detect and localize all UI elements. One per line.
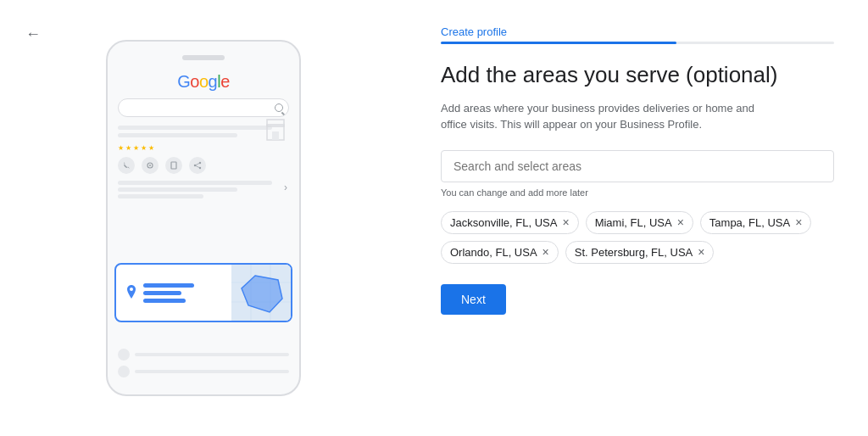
tag-label: Jacksonville, FL, USA [450,216,557,229]
building-icon [264,118,287,145]
google-logo-g: G [177,72,190,91]
tag-remove-button[interactable]: × [698,246,704,258]
tag-remove-button[interactable]: × [562,216,569,228]
google-logo-o1: o [190,72,199,91]
svg-rect-1 [267,120,284,126]
right-panel: Create profile Add the areas you serve (… [407,0,868,436]
phone-bottom-row-2 [118,366,289,377]
google-logo-g2: g [209,72,218,91]
star-icon: ★ [141,144,147,152]
phone-bottom-rows [118,349,289,377]
phone-bottom-line [135,353,289,356]
phone-stars: ★ ★ ★ ★ ★ [118,144,154,152]
step-indicator: Create profile [441,25,834,44]
google-logo-e: e [220,72,230,91]
map-pin-icon [126,285,136,301]
step-progress-fill [441,42,676,44]
search-input[interactable] [453,159,821,173]
google-logo: Google [118,72,289,92]
tag-remove-button[interactable]: × [677,216,684,228]
svg-point-4 [149,165,151,166]
phone-more-lines [118,181,289,198]
page-title: Add the areas you serve (optional) [441,61,834,90]
tag-label: Orlando, FL, USA [450,246,537,259]
phone-highlight-card [114,263,292,322]
phone-search-bar [118,98,289,117]
content-line [118,133,237,137]
card-text-line [143,299,186,303]
step-progress-bar [441,42,834,44]
search-hint: You can change and add more later [441,187,834,198]
next-button[interactable]: Next [441,284,506,315]
card-text-line [143,291,181,295]
content-line [118,194,203,198]
svg-rect-2 [272,131,279,140]
step-label: Create profile [441,25,834,38]
phone-speaker [182,55,225,60]
content-line [118,181,272,185]
card-text-lines [143,283,194,303]
area-tag: Jacksonville, FL, USA× [441,211,579,234]
tag-remove-button[interactable]: × [542,246,549,258]
star-icon: ★ [133,144,139,152]
tag-label: St. Petersburg, FL, USA [575,246,693,259]
search-input-container[interactable] [441,150,834,182]
phone-icon-call [118,349,130,361]
action-icon-share [189,157,206,174]
phone-bottom-row-1 [118,349,289,361]
svg-line-10 [195,165,200,168]
star-icon: ★ [118,144,124,152]
tag-label: Miami, FL, USA [595,216,672,229]
card-text-line [143,283,194,288]
action-icon-save [165,157,182,174]
area-tag: Miami, FL, USA× [586,211,693,234]
area-tag: St. Petersburg, FL, USA× [565,241,715,264]
back-button[interactable]: ← [25,25,41,43]
svg-point-11 [130,288,133,291]
tag-remove-button[interactable]: × [795,216,802,228]
phone-stars-row: ★ ★ ★ ★ ★ [118,144,289,152]
left-panel: ← Google ★ ★ ★ ★ ★ [0,0,407,436]
phone-bottom-line [135,370,289,373]
phone-mockup: Google ★ ★ ★ ★ ★ [106,40,301,396]
action-icon-call [118,157,135,174]
area-tag: Orlando, FL, USA× [441,241,559,264]
svg-rect-5 [171,162,176,169]
action-icon-map [142,157,159,174]
svg-line-9 [195,163,200,165]
phone-icon-web [118,366,130,377]
tags-area: Jacksonville, FL, USA×Miami, FL, USA×Tam… [441,211,834,264]
phone-action-icons [118,157,289,174]
card-map [231,263,291,322]
phone-search-icon [275,103,283,112]
star-icon: ★ [148,144,154,152]
content-line [118,126,272,130]
page-description: Add areas where your business provides d… [441,100,763,133]
area-tag: Tampa, FL, USA× [700,211,812,234]
google-logo-o2: o [199,72,209,91]
card-left [116,275,231,311]
chevron-right-icon: › [284,182,287,193]
tag-label: Tampa, FL, USA [709,216,790,229]
content-line [118,187,237,192]
star-icon: ★ [125,144,131,152]
